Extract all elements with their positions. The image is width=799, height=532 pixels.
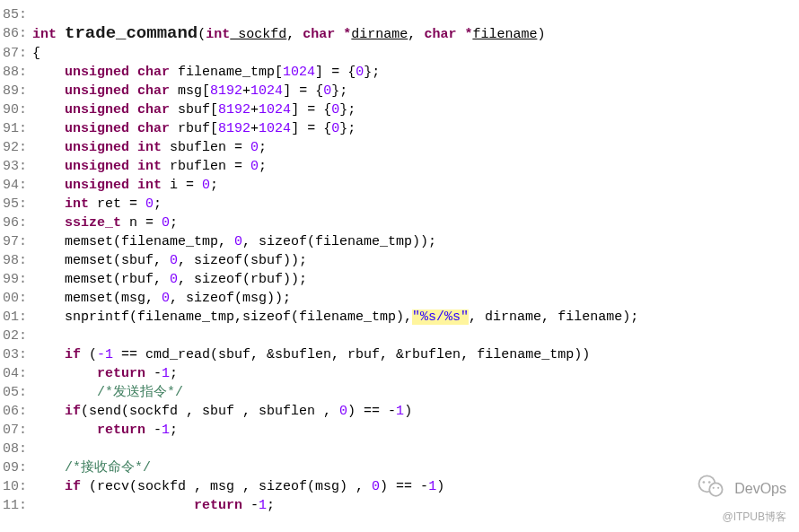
line-number: 08: xyxy=(0,440,32,458)
line-number: 95: xyxy=(0,195,32,214)
code-line: 92: unsigned int sbuflen = 0; xyxy=(0,138,799,157)
comment: /*发送指令*/ xyxy=(97,385,183,400)
function-name: trade_command xyxy=(65,23,198,43)
watermark-label: DevOps xyxy=(734,479,786,498)
footer-watermark: @ITPUB博客 xyxy=(722,508,786,527)
code-line: 89: unsigned char msg[8192+1024] = {0}; xyxy=(0,82,799,100)
code-line: 87:{ xyxy=(0,44,799,63)
code-line: 93: unsigned int rbuflen = 0; xyxy=(0,157,799,176)
code-line: 94: unsigned int i = 0; xyxy=(0,176,799,195)
line-number: 92: xyxy=(0,138,32,157)
line-number: 07: xyxy=(0,421,32,440)
line-number: 11: xyxy=(0,496,32,515)
line-number: 02: xyxy=(0,327,32,345)
code-line: 03: if (-1 == cmd_read(sbuf, &sbuflen, r… xyxy=(0,345,799,364)
line-number: 04: xyxy=(0,364,32,383)
code-line: 04: return -1; xyxy=(0,364,799,383)
line-number: 10: xyxy=(0,477,32,496)
line-number: 06: xyxy=(0,402,32,421)
code-line: 88: unsigned char filename_tmp[1024] = {… xyxy=(0,63,799,82)
svg-point-1 xyxy=(709,483,722,495)
wechat-watermark: DevOps xyxy=(695,470,786,507)
code-line: 98: memset(sbuf, 0, sizeof(sbuf)); xyxy=(0,251,799,270)
line-number: 97: xyxy=(0,232,32,251)
line-number: 00: xyxy=(0,289,32,308)
line-number: 91: xyxy=(0,119,32,138)
line-number: 99: xyxy=(0,270,32,289)
code-line: 06: if(send(sockfd , sbuf , sbuflen , 0)… xyxy=(0,402,799,421)
line-number: 94: xyxy=(0,176,32,195)
format-string: "%s/%s" xyxy=(412,310,469,325)
code-line: 97: memset(filename_tmp, 0, sizeof(filen… xyxy=(0,232,799,251)
code-line: 90: unsigned char sbuf[8192+1024] = {0}; xyxy=(0,100,799,119)
line-number: 05: xyxy=(0,383,32,402)
line-number: 93: xyxy=(0,157,32,176)
code-line: 95: int ret = 0; xyxy=(0,195,799,214)
code-line: 96: ssize_t n = 0; xyxy=(0,214,799,232)
comment: /*接收命令*/ xyxy=(65,460,151,475)
code-line: 00: memset(msg, 0, sizeof(msg)); xyxy=(0,289,799,308)
code-line: 11: return -1; xyxy=(0,496,799,515)
code-line: 01: snprintf(filename_tmp,sizeof(filenam… xyxy=(0,308,799,327)
line-number: 09: xyxy=(0,458,32,477)
line-number: 88: xyxy=(0,63,32,82)
line-number: 98: xyxy=(0,251,32,270)
code-line: 10: if (recv(sockfd , msg , sizeof(msg) … xyxy=(0,477,799,496)
wechat-icon xyxy=(695,470,727,507)
line-number: 87: xyxy=(0,44,32,63)
line-number: 89: xyxy=(0,82,32,100)
line-number: 01: xyxy=(0,308,32,327)
code-line: 99: memset(rbuf, 0, sizeof(rbuf)); xyxy=(0,270,799,289)
svg-point-5 xyxy=(717,487,719,489)
line-number: 85: xyxy=(0,5,32,24)
code-line: 08: xyxy=(0,440,799,458)
code-editor: 85: 86:int trade_command(int sockfd, cha… xyxy=(0,0,799,515)
line-number: 96: xyxy=(0,214,32,232)
code-line: 05: /*发送指令*/ xyxy=(0,383,799,402)
code-line: 86:int trade_command(int sockfd, char *d… xyxy=(0,24,799,44)
line-number: 86: xyxy=(0,24,32,44)
code-line: 09: /*接收命令*/ xyxy=(0,458,799,477)
code-line: 02: xyxy=(0,327,799,345)
svg-point-3 xyxy=(708,481,711,484)
line-number: 90: xyxy=(0,100,32,119)
code-line: 91: unsigned char rbuf[8192+1024] = {0}; xyxy=(0,119,799,138)
line-number: 03: xyxy=(0,345,32,364)
svg-point-2 xyxy=(703,481,706,484)
code-line: 07: return -1; xyxy=(0,421,799,440)
svg-point-4 xyxy=(713,487,715,489)
code-line: 85: xyxy=(0,5,799,24)
